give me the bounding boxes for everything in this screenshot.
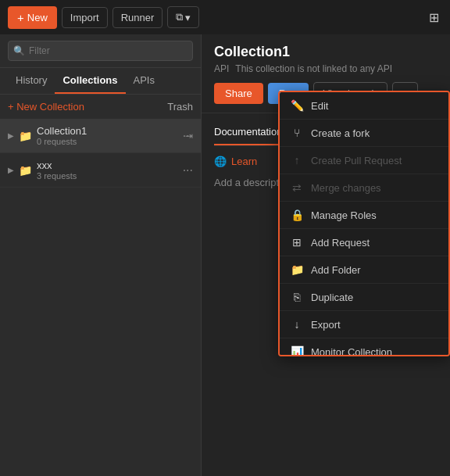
item-name-1: xxx xyxy=(37,159,193,171)
monitor-label: Monitor Collection xyxy=(311,346,392,357)
import-button[interactable]: Import xyxy=(62,7,108,28)
fork-icon: ⑂ xyxy=(291,127,303,139)
roles-icon: 🔒 xyxy=(291,209,303,221)
dropdown-menu: ✏️Edit⑂Create a fork↑Create Pull Request… xyxy=(278,91,450,356)
dropdown-item-export[interactable]: ↓Export xyxy=(280,311,448,338)
collection-item-0[interactable]: ▶ 📁 Collection1 0 requests ⇥ ··· xyxy=(0,119,201,153)
content-header: Collection1 API This collection is not l… xyxy=(202,34,450,82)
tab-collections[interactable]: Collections xyxy=(55,68,125,94)
learn-link[interactable]: Learn xyxy=(231,156,257,167)
request-icon: ⊞ xyxy=(291,236,303,249)
new-collection-button[interactable]: + New Collection xyxy=(8,101,84,113)
dropdown-item-request[interactable]: ⊞Add Request xyxy=(280,229,448,256)
search-input[interactable] xyxy=(8,41,193,61)
collection-list: ▶ 📁 Collection1 0 requests ⇥ ··· ▶ 📁 xxx… xyxy=(0,119,201,476)
item-info-1: xxx 3 requests xyxy=(37,159,193,181)
main-layout: 🔍 History Collections APIs + New Collect… xyxy=(0,34,450,476)
content-tab-documentation[interactable]: Documentation xyxy=(214,123,282,145)
item-name-0: Collection1 xyxy=(37,125,182,137)
caret-icon-1: ▶ xyxy=(8,166,14,174)
folder-icon: 📁 xyxy=(291,263,303,276)
caret-icon: ▶ xyxy=(8,131,14,140)
collection-item-1[interactable]: ▶ 📁 xxx 3 requests ··· xyxy=(0,153,201,188)
share-button[interactable]: Share xyxy=(214,83,263,104)
api-status: This collection is not linked to any API xyxy=(235,63,392,74)
pull-label: Create Pull Request xyxy=(311,155,402,166)
search-bar: 🔍 xyxy=(0,34,201,68)
toolbar: + New Import Runner ⧉ ▾ ⊞ xyxy=(0,0,450,34)
request-label: Add Request xyxy=(311,237,370,249)
chevron-down-icon: ▾ xyxy=(185,12,191,23)
duplicate-label: Duplicate xyxy=(311,292,353,303)
api-row: API This collection is not linked to any… xyxy=(214,63,438,74)
grid-icon[interactable]: ⊞ xyxy=(426,7,442,28)
search-icon: 🔍 xyxy=(13,45,25,56)
fork-label: Create a fork xyxy=(311,127,370,139)
edit-icon: ✏️ xyxy=(291,99,303,112)
roles-label: Manage Roles xyxy=(311,209,377,221)
dropdown-item-monitor[interactable]: 📊Monitor Collection xyxy=(280,338,448,356)
dropdown-item-folder[interactable]: 📁Add Folder xyxy=(280,256,448,284)
new-label: New xyxy=(27,12,48,23)
tab-history[interactable]: History xyxy=(8,68,55,94)
dropdown-item-duplicate[interactable]: ⎘Duplicate xyxy=(280,284,448,311)
merge-icon: ⇄ xyxy=(291,181,303,194)
content-area: Collection1 API This collection is not l… xyxy=(202,34,450,476)
edit-label: Edit xyxy=(311,100,328,112)
folder-icon: 📁 xyxy=(19,130,32,142)
export-label: Export xyxy=(311,319,341,331)
item-sub-1: 3 requests xyxy=(37,171,193,181)
tab-apis[interactable]: APIs xyxy=(126,68,162,94)
item-sub-0: 0 requests xyxy=(37,137,182,146)
layout-icon: ⧉ xyxy=(176,11,183,23)
pull-icon: ↑ xyxy=(291,154,303,166)
folder-icon-1: 📁 xyxy=(19,164,32,177)
sidebar-tabs: History Collections APIs xyxy=(0,68,201,95)
dropdown-item-pull: ↑Create Pull Request xyxy=(280,147,448,174)
export-icon: ↓ xyxy=(291,318,303,331)
dropdown-item-roles[interactable]: 🔒Manage Roles xyxy=(280,202,448,229)
dropdown-item-merge: ⇄Merge changes xyxy=(280,174,448,202)
sidebar: 🔍 History Collections APIs + New Collect… xyxy=(0,34,202,476)
runner-button[interactable]: Runner xyxy=(112,7,163,28)
actions-row: + New Collection Trash xyxy=(0,95,201,119)
item-info-0: Collection1 0 requests xyxy=(37,125,182,146)
merge-label: Merge changes xyxy=(311,182,381,194)
api-label: API xyxy=(214,63,229,74)
item-dots-1[interactable]: ··· xyxy=(180,162,196,179)
item-dots-0[interactable]: ··· xyxy=(180,127,196,145)
trash-button[interactable]: Trash xyxy=(167,101,193,113)
dropdown-item-fork[interactable]: ⑂Create a fork xyxy=(280,120,448,147)
globe-icon: 🌐 xyxy=(214,156,227,167)
plus-icon: + xyxy=(17,11,24,24)
folder-label: Add Folder xyxy=(311,264,361,276)
new-button[interactable]: + New xyxy=(8,6,57,29)
duplicate-icon: ⎘ xyxy=(291,291,303,303)
page-title: Collection1 xyxy=(214,44,438,60)
dropdown-item-edit[interactable]: ✏️Edit xyxy=(280,92,448,120)
layout-toggle-button[interactable]: ⧉ ▾ xyxy=(167,6,199,28)
monitor-icon: 📊 xyxy=(291,345,303,356)
